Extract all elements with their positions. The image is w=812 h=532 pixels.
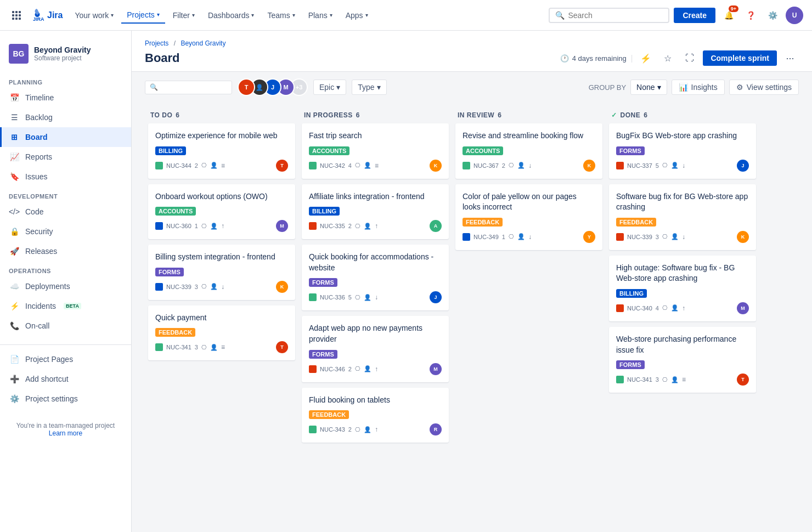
table-row[interactable]: Fast trip search ACCOUNTS NUC-342 4 ⎔ 👤 …	[302, 123, 449, 179]
sidebar-item-timeline[interactable]: 📅 Timeline	[0, 88, 131, 107]
priority-icon: ↑	[375, 426, 378, 433]
sidebar-item-code[interactable]: </> Code	[0, 202, 131, 222]
beta-badge: BETA	[64, 303, 81, 309]
priority-icon: ↓	[682, 233, 685, 241]
type-filter[interactable]: Type ▾	[352, 80, 386, 95]
nav-plans[interactable]: Plans ▾	[303, 8, 338, 23]
sidebar-item-security[interactable]: 🔒 Security	[0, 222, 131, 241]
card-avatar: K	[276, 281, 288, 293]
breadcrumb-projects[interactable]: Projects	[145, 39, 168, 47]
sidebar-footer: You're in a team-managed project Learn m…	[0, 413, 131, 446]
card-meta: J	[737, 160, 749, 172]
incidents-icon: ⚡	[9, 301, 20, 312]
view-settings-button[interactable]: ⚙ View settings	[729, 80, 799, 95]
grid-icon[interactable]	[9, 8, 24, 23]
nav-dashboards[interactable]: Dashboards ▾	[202, 8, 260, 23]
sidebar-item-oncall[interactable]: 📞 On-call	[0, 316, 131, 336]
sidebar-item-project-settings[interactable]: ⚙️ Project settings	[0, 389, 131, 409]
done-check-icon: ✓	[611, 111, 617, 119]
table-row[interactable]: Quick booking for accommodations - websi…	[302, 245, 449, 310]
nav-filter[interactable]: Filter ▾	[167, 8, 200, 23]
fullscreen-button[interactable]: ⛶	[681, 49, 698, 67]
sidebar-item-label: Releases	[25, 247, 57, 256]
sidebar-item-reports[interactable]: 📈 Reports	[0, 147, 131, 167]
avatar-1[interactable]: T	[238, 78, 255, 96]
sidebar-item-deployments[interactable]: ☁️ Deployments	[0, 276, 131, 296]
card-title: Onboard workout options (OWO)	[155, 191, 288, 202]
card-avatar: T	[276, 341, 288, 353]
view-settings-label: View settings	[747, 83, 792, 92]
complete-sprint-button[interactable]: Complete sprint	[703, 50, 777, 66]
table-row[interactable]: BugFix BG Web-store app crashing FORMS N…	[609, 123, 756, 179]
sidebar-item-project-pages[interactable]: 📄 Project Pages	[0, 349, 131, 369]
nav-yourwork[interactable]: Your work ▾	[69, 8, 119, 23]
sidebar-item-issues[interactable]: 🔖 Issues	[0, 167, 131, 186]
card-type-icon	[309, 162, 317, 169]
card-meta: K	[430, 160, 442, 172]
card-subtasks: 3	[195, 344, 198, 350]
card-avatar: K	[737, 231, 749, 243]
table-row[interactable]: Billing system integration - frontend FO…	[148, 245, 295, 300]
sidebar-item-board[interactable]: ⊞ Board	[0, 127, 131, 147]
search-box[interactable]: 🔍	[549, 8, 669, 23]
star-button[interactable]: ☆	[659, 49, 676, 67]
sidebar-item-add-shortcut[interactable]: ➕ Add shortcut	[0, 369, 131, 389]
nav-projects[interactable]: Projects ▾	[121, 7, 165, 24]
card-type-icon	[155, 283, 163, 291]
pages-icon: 📄	[9, 354, 20, 365]
help-button[interactable]: ❓	[742, 7, 759, 24]
card-tag: FEEDBACK	[155, 328, 195, 337]
lightning-button[interactable]: ⚡	[637, 49, 655, 67]
table-row[interactable]: Web-store purchasing performance issue f…	[609, 327, 756, 393]
board-search-input[interactable]	[161, 83, 227, 92]
epic-filter[interactable]: Epic ▾	[313, 80, 346, 95]
search-input[interactable]	[568, 11, 663, 20]
sprint-info: 🕐 4 days remaining	[560, 54, 627, 63]
card-subtasks: 2	[348, 426, 352, 433]
table-row[interactable]: Optimize experience for mobile web BILLI…	[148, 123, 295, 179]
more-button[interactable]: ···	[781, 49, 799, 67]
assignee-icon: 👤	[671, 376, 679, 383]
breadcrumb-project[interactable]: Beyond Gravity	[181, 39, 225, 47]
column-title: IN PROGRESS	[304, 111, 353, 119]
insights-button[interactable]: 📊 Insights	[672, 80, 725, 95]
table-row[interactable]: Onboard workout options (OWO) ACCOUNTS N…	[148, 184, 295, 240]
card-footer: NUC-335 2 ⎔ 👤 ↑ A	[309, 220, 442, 232]
table-row[interactable]: Fluid booking on tablets FEEDBACK NUC-34…	[302, 388, 449, 443]
releases-icon: 🚀	[9, 246, 20, 257]
card-subtasks: 4	[656, 305, 659, 312]
sidebar-item-backlog[interactable]: ☰ Backlog	[0, 107, 131, 127]
table-row[interactable]: Software bug fix for BG Web-store app cr…	[609, 184, 756, 250]
sidebar-item-label: Project settings	[25, 394, 78, 403]
board-search[interactable]: 🔍	[145, 81, 232, 94]
priority-icon: ↑	[375, 365, 378, 373]
table-row[interactable]: High outage: Software bug fix - BG Web-s…	[609, 256, 756, 321]
footer-link[interactable]: Learn more	[49, 429, 82, 437]
card-type-icon	[616, 304, 624, 312]
nav-apps[interactable]: Apps ▾	[340, 8, 374, 23]
subtask-icon: ⎔	[355, 365, 360, 372]
assignee-icon: 👤	[210, 223, 218, 230]
nav-teams[interactable]: Teams ▾	[262, 8, 300, 23]
card-title: Billing system integration - frontend	[155, 252, 288, 263]
user-avatar[interactable]: U	[786, 7, 803, 24]
table-row[interactable]: Color of pale yellow on our pages looks …	[455, 184, 602, 250]
table-row[interactable]: Affiliate links integration - frontend B…	[302, 184, 449, 240]
card-title: Revise and streamline booking flow	[463, 131, 595, 142]
sidebar-item-releases[interactable]: 🚀 Releases	[0, 241, 131, 261]
create-button[interactable]: Create	[674, 8, 715, 23]
sidebar-item-incidents[interactable]: ⚡ Incidents BETA	[0, 296, 131, 316]
jira-logo[interactable]: JIRA Jira	[31, 9, 63, 22]
notifications-button[interactable]: 🔔 9+	[720, 7, 737, 24]
card-avatar: T	[737, 373, 749, 386]
card-meta: M	[430, 363, 442, 375]
table-row[interactable]: Quick payment FEEDBACK NUC-341 3 ⎔ 👤 ≡ T	[148, 305, 295, 361]
card-title: Affiliate links integration - frontend	[309, 191, 442, 202]
card-id: NUC-339	[166, 284, 191, 290]
group-by-select[interactable]: None ▾	[630, 80, 667, 95]
settings-button[interactable]: ⚙️	[764, 7, 781, 24]
table-row[interactable]: Revise and streamline booking flow ACCOU…	[455, 123, 602, 179]
column-header-inreview: IN REVIEW 6	[455, 107, 602, 123]
table-row[interactable]: Adapt web app no new payments provider F…	[302, 316, 449, 382]
card-title: High outage: Software bug fix - BG Web-s…	[616, 263, 749, 284]
